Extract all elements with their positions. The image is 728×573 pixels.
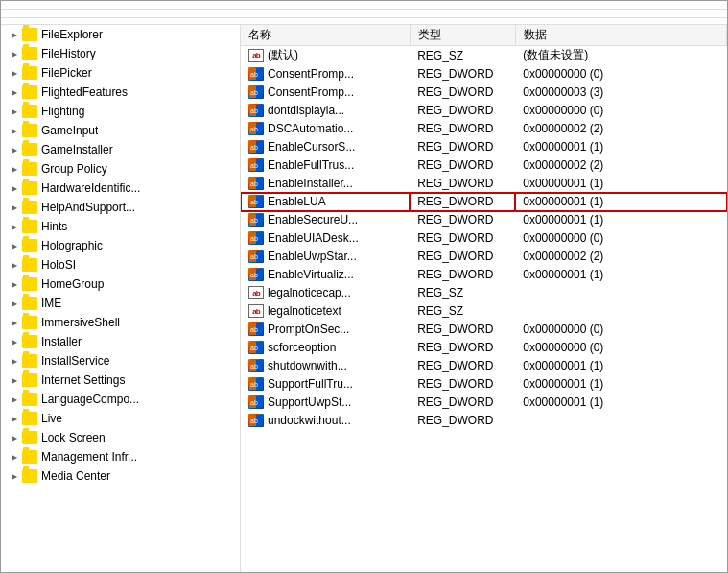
tree-arrow-icon bbox=[9, 86, 20, 98]
tree-item[interactable]: FileExplorer bbox=[1, 25, 240, 44]
reg-type-cell: REG_DWORD bbox=[410, 357, 515, 375]
reg-name-cell: abEnableInstaller... bbox=[241, 175, 410, 193]
dword-icon: ab bbox=[248, 395, 264, 409]
folder-icon bbox=[22, 47, 37, 60]
menu-help[interactable] bbox=[97, 12, 108, 15]
registry-row[interactable]: abdontdisplayla...REG_DWORD0x00000000 (0… bbox=[241, 102, 727, 120]
tree-item[interactable]: InstallService bbox=[1, 351, 240, 370]
reg-name-text: SupportFullTru... bbox=[268, 377, 353, 391]
reg-name-cell: ablegalnoticetext bbox=[241, 302, 410, 321]
tree-item[interactable]: FilePicker bbox=[1, 63, 240, 83]
tree-item[interactable]: Internet Settings bbox=[1, 370, 240, 390]
menu-favorites[interactable] bbox=[74, 12, 85, 15]
dword-icon: ab bbox=[248, 177, 264, 190]
registry-row[interactable]: abshutdownwith...REG_DWORD0x00000001 (1) bbox=[241, 357, 727, 375]
tree-item[interactable]: HelpAndSupport... bbox=[1, 198, 240, 217]
tree-item[interactable]: HomeGroup bbox=[1, 275, 240, 294]
registry-row[interactable]: abConsentPromp...REG_DWORD0x00000000 (0) bbox=[241, 65, 727, 84]
reg-name-cell: abSupportFullTru... bbox=[241, 375, 410, 394]
tree-arrow-icon bbox=[9, 67, 20, 79]
registry-row[interactable]: ab(默认)REG_SZ(数值未设置) bbox=[241, 46, 727, 65]
tree-item[interactable]: GameInstaller bbox=[1, 140, 240, 159]
dword-icon: ab bbox=[248, 341, 264, 354]
tree-item[interactable]: IME bbox=[1, 294, 240, 313]
col-header-type[interactable]: 类型 bbox=[410, 25, 515, 46]
folder-icon bbox=[22, 143, 37, 156]
menu-edit[interactable] bbox=[28, 12, 39, 15]
registry-panel[interactable]: 名称 类型 数据 ab(默认)REG_SZ(数值未设置)abConsentPro… bbox=[241, 25, 727, 572]
reg-type-cell: REG_SZ bbox=[410, 284, 515, 302]
tree-panel[interactable]: FileExplorerFileHistoryFilePickerFlighte… bbox=[1, 25, 241, 572]
reg-name-text: SupportUwpSt... bbox=[268, 395, 351, 409]
tree-item[interactable]: HoloSI bbox=[1, 255, 240, 275]
menu-file[interactable] bbox=[5, 12, 16, 15]
tree-item[interactable]: Lock Screen bbox=[1, 428, 240, 447]
tree-item[interactable]: Flighting bbox=[1, 102, 240, 121]
reg-data-cell: 0x00000002 (2) bbox=[515, 248, 726, 266]
tree-arrow-icon bbox=[9, 413, 20, 424]
tree-item[interactable]: HardwareIdentific... bbox=[1, 179, 240, 198]
reg-type-cell: REG_DWORD bbox=[410, 229, 515, 248]
reg-name-text: DSCAutomatio... bbox=[268, 122, 353, 135]
tree-item[interactable]: Media Center bbox=[1, 466, 240, 486]
menu-view[interactable] bbox=[51, 12, 62, 15]
registry-row[interactable]: abEnableUIADesk...REG_DWORD0x00000000 (0… bbox=[241, 229, 727, 248]
tree-arrow-icon bbox=[9, 221, 20, 232]
reg-name-cell: abdontdisplayla... bbox=[241, 102, 410, 120]
reg-name-text: EnableInstaller... bbox=[268, 177, 353, 190]
tree-arrow-icon bbox=[9, 394, 20, 405]
tree-arrow-icon bbox=[9, 259, 20, 271]
registry-row[interactable]: abDSCAutomatio...REG_DWORD0x00000002 (2) bbox=[241, 120, 727, 138]
tree-item[interactable]: Live bbox=[1, 409, 240, 428]
svg-text:ab: ab bbox=[250, 363, 258, 370]
tree-item[interactable]: FileHistory bbox=[1, 44, 240, 63]
folder-icon bbox=[22, 316, 37, 329]
registry-row[interactable]: ablegalnoticetextREG_SZ bbox=[241, 302, 727, 321]
tree-item[interactable]: Installer bbox=[1, 332, 240, 351]
registry-row[interactable]: abEnableLUAREG_DWORD0x00000001 (1) bbox=[241, 193, 727, 211]
registry-row[interactable]: abEnableCursorS...REG_DWORD0x00000001 (1… bbox=[241, 138, 727, 156]
reg-name-cell: abSupportUwpSt... bbox=[241, 394, 410, 412]
tree-item-label: HelpAndSupport... bbox=[41, 201, 135, 214]
tree-item[interactable]: Holographic bbox=[1, 236, 240, 255]
folder-icon bbox=[22, 239, 37, 252]
tree-item[interactable]: GameInput bbox=[1, 121, 240, 140]
registry-row[interactable]: abSupportFullTru...REG_DWORD0x00000001 (… bbox=[241, 375, 727, 394]
tree-item[interactable]: LanguageCompo... bbox=[1, 390, 240, 409]
registry-row[interactable]: abConsentPromp...REG_DWORD0x00000003 (3) bbox=[241, 84, 727, 102]
registry-row[interactable]: ablegalnoticecap...REG_SZ bbox=[241, 284, 727, 302]
reg-data-cell: 0x00000002 (2) bbox=[515, 156, 726, 175]
registry-row[interactable]: abEnableFullTrus...REG_DWORD0x00000002 (… bbox=[241, 156, 727, 175]
tree-item-label: InstallService bbox=[41, 354, 109, 368]
registry-row[interactable]: abEnableSecureU...REG_DWORD0x00000001 (1… bbox=[241, 211, 727, 229]
registry-row[interactable]: abSupportUwpSt...REG_DWORD0x00000001 (1) bbox=[241, 394, 727, 412]
registry-row[interactable]: abundockwithout...REG_DWORD bbox=[241, 412, 727, 430]
reg-name-text: ConsentPromp... bbox=[268, 67, 354, 81]
reg-name-text: scforceoption bbox=[268, 341, 336, 354]
reg-data-cell: 0x00000001 (1) bbox=[515, 394, 726, 412]
reg-name-text: legalnoticecap... bbox=[268, 286, 351, 299]
tree-item-label: FlightedFeatures bbox=[41, 85, 128, 99]
reg-name-text: EnableLUA bbox=[268, 195, 326, 208]
col-header-name[interactable]: 名称 bbox=[241, 25, 410, 46]
reg-data-cell: 0x00000001 (1) bbox=[515, 211, 726, 229]
reg-name-text: EnableFullTrus... bbox=[268, 158, 354, 172]
tree-item[interactable]: Group Policy bbox=[1, 159, 240, 179]
tree-item[interactable]: Management Infr... bbox=[1, 447, 240, 466]
registry-row[interactable]: abscforceoptionREG_DWORD0x00000000 (0) bbox=[241, 339, 727, 357]
tree-arrow-icon bbox=[9, 336, 20, 347]
reg-name-cell: abundockwithout... bbox=[241, 412, 410, 430]
registry-row[interactable]: abEnableUwpStar...REG_DWORD0x00000002 (2… bbox=[241, 248, 727, 266]
reg-type-cell: REG_DWORD bbox=[410, 394, 515, 412]
tree-item[interactable]: FlightedFeatures bbox=[1, 83, 240, 102]
tree-arrow-icon bbox=[9, 278, 20, 290]
col-header-data[interactable]: 数据 bbox=[515, 25, 726, 46]
tree-item[interactable]: Hints bbox=[1, 217, 240, 236]
registry-row[interactable]: abEnableInstaller...REG_DWORD0x00000001 … bbox=[241, 175, 727, 193]
tree-item[interactable]: ImmersiveShell bbox=[1, 313, 240, 332]
folder-icon bbox=[22, 354, 37, 368]
reg-data-cell: (数值未设置) bbox=[515, 46, 726, 65]
registry-row[interactable]: abPromptOnSec...REG_DWORD0x00000000 (0) bbox=[241, 321, 727, 339]
tree-item-label: FileHistory bbox=[41, 47, 96, 60]
registry-row[interactable]: abEnableVirtualiz...REG_DWORD0x00000001 … bbox=[241, 266, 727, 284]
